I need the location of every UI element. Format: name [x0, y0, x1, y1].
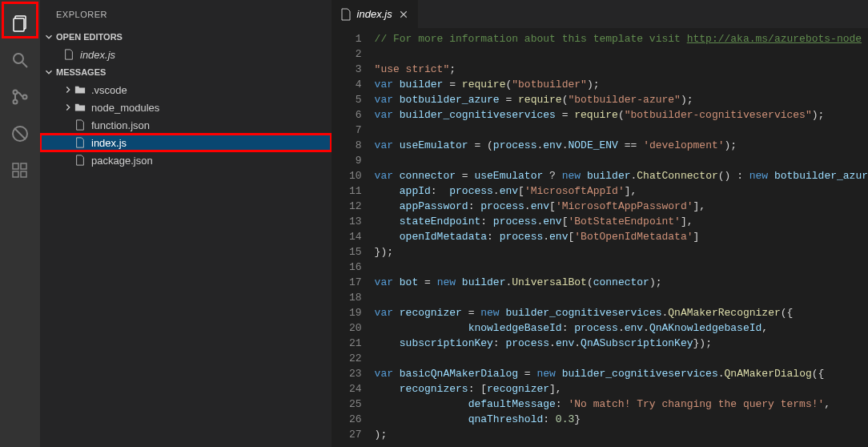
svg-rect-1	[14, 18, 24, 31]
explorer-title: EXPLORER	[40, 0, 332, 28]
chevron-right-icon	[62, 84, 74, 95]
close-icon[interactable]	[397, 8, 410, 21]
explorer-sidebar: EXPLORER OPEN EDITORS index.js MESSAGES …	[40, 0, 332, 447]
svg-point-2	[14, 54, 23, 63]
svg-rect-12	[21, 163, 26, 169]
source-control-icon[interactable]	[0, 79, 40, 115]
chevron-down-icon	[43, 31, 54, 42]
folder-icon	[74, 83, 86, 96]
tab-label: index.js	[357, 8, 392, 20]
workspace-label: MESSAGES	[56, 67, 106, 77]
tree-folder[interactable]: node_modules	[40, 99, 332, 116]
file-icon	[74, 136, 86, 149]
tree-folder[interactable]: .vscode	[40, 81, 332, 99]
svg-line-3	[22, 62, 27, 67]
svg-point-5	[14, 100, 18, 104]
tab-bar: index.js	[332, 0, 868, 28]
svg-rect-11	[21, 171, 26, 177]
tree-label: package.json	[91, 155, 153, 167]
extensions-icon[interactable]	[0, 152, 40, 189]
tree-label: function.json	[91, 119, 150, 131]
tree-file[interactable]: index.js	[40, 134, 332, 151]
file-icon	[74, 119, 86, 131]
tree-label: node_modules	[91, 102, 159, 114]
chevron-right-icon	[62, 102, 74, 113]
explorer-icon[interactable]	[0, 5, 40, 42]
tree-file[interactable]: package.json	[40, 151, 332, 169]
search-icon[interactable]	[0, 42, 40, 79]
svg-line-8	[14, 128, 26, 139]
workspace-header[interactable]: MESSAGES	[40, 63, 332, 81]
folder-icon	[74, 101, 86, 114]
tree-file[interactable]: function.json	[40, 116, 332, 134]
tree-label: index.js	[91, 137, 127, 149]
editor-area: index.js 1234567891011121314151617181920…	[332, 0, 868, 447]
file-icon	[62, 48, 75, 61]
tab-index-js[interactable]: index.js	[332, 0, 419, 28]
chevron-down-icon	[43, 66, 54, 78]
tree-label: .vscode	[91, 84, 127, 96]
open-editors-label: OPEN EDITORS	[56, 32, 123, 42]
file-icon	[340, 8, 352, 21]
activity-bar	[0, 0, 40, 447]
debug-icon[interactable]	[0, 115, 40, 152]
svg-rect-10	[13, 171, 18, 177]
line-gutter: 1234567891011121314151617181920212223242…	[332, 28, 375, 447]
open-editor-label: index.js	[80, 49, 115, 61]
svg-point-4	[14, 91, 18, 95]
code-editor[interactable]: 1234567891011121314151617181920212223242…	[332, 28, 868, 447]
svg-point-6	[23, 95, 27, 99]
open-editors-header[interactable]: OPEN EDITORS	[40, 28, 332, 46]
svg-rect-9	[13, 163, 18, 169]
open-editor-item[interactable]: index.js	[40, 46, 332, 63]
file-icon	[74, 154, 86, 167]
code-content[interactable]: // For more information about this templ…	[375, 28, 868, 447]
